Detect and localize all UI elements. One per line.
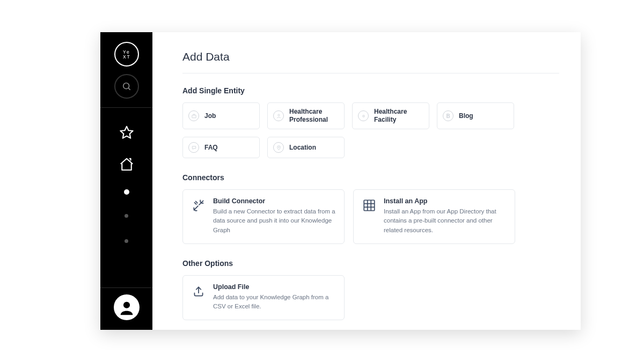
svg-rect-9 [192, 115, 195, 117]
nav-dot-active[interactable] [124, 189, 129, 195]
target-icon [358, 110, 369, 121]
star-icon [119, 124, 135, 141]
app-window: Y e X T [100, 32, 581, 330]
entity-chip-blog[interactable]: B Blog [437, 102, 514, 129]
chat-icon [188, 142, 199, 153]
horizontal-rule [182, 73, 559, 73]
card-install-app[interactable]: Install an App Install an App from our A… [353, 189, 515, 244]
chip-label: FAQ [204, 144, 218, 152]
badge-b-icon: B [443, 110, 453, 121]
svg-point-4 [123, 83, 129, 89]
search-button[interactable] [114, 74, 139, 99]
entity-chip-job[interactable]: Job [182, 102, 260, 129]
svg-line-5 [128, 88, 130, 90]
sidebar-divider [100, 107, 152, 108]
chip-label: Job [204, 112, 216, 120]
entity-chip-location[interactable]: Location [267, 137, 345, 158]
svg-text:T: T [127, 54, 129, 60]
section-heading-other: Other Options [182, 259, 559, 268]
nav-dot-2[interactable] [125, 214, 128, 218]
home-icon [119, 157, 135, 173]
svg-point-12 [363, 115, 363, 116]
sidebar: Y e X T [100, 32, 152, 330]
other-card-row: Upload File Add data to your Knowledge G… [182, 275, 559, 321]
section-heading-connectors: Connectors [182, 173, 559, 182]
entity-chip-healthcare-facility[interactable]: Healthcare Facility [352, 102, 429, 129]
chip-label: Healthcare Facility [374, 108, 423, 124]
nav-favorites[interactable] [116, 122, 137, 143]
svg-point-8 [123, 302, 129, 308]
person-icon [273, 110, 284, 121]
tools-icon [192, 198, 206, 212]
nav-dot-3[interactable] [125, 239, 128, 243]
card-upload-file[interactable]: Upload File Add data to your Knowledge G… [182, 275, 345, 321]
svg-point-13 [278, 146, 279, 147]
svg-text:X: X [123, 54, 126, 60]
pin-icon [273, 142, 284, 153]
upload-icon [192, 284, 206, 298]
card-title: Upload File [213, 283, 335, 291]
nav-home[interactable] [116, 154, 137, 175]
card-description: Install an App from our App Directory th… [384, 207, 506, 235]
card-title: Build Connector [213, 197, 335, 205]
svg-rect-14 [364, 200, 375, 211]
svg-point-10 [277, 114, 279, 116]
search-icon [121, 81, 132, 92]
brand-logo[interactable]: Y e X T [114, 42, 139, 67]
user-avatar[interactable] [114, 294, 140, 320]
card-description: Add data to your Knowledge Graph from a … [213, 293, 335, 312]
page-title: Add Data [182, 50, 559, 73]
chip-label: Healthcare Professional [289, 108, 339, 124]
main-content: Add Data Add Single Entity Job Healthcar… [152, 32, 581, 330]
entity-chip-healthcare-professional[interactable]: Healthcare Professional [267, 102, 345, 129]
chip-label: Location [289, 144, 316, 152]
section-heading-single-entity: Add Single Entity [182, 86, 559, 95]
card-title: Install an App [384, 197, 506, 205]
svg-marker-6 [120, 127, 133, 138]
entity-chip-row-1: Job Healthcare Professional Healthcare F… [182, 102, 559, 129]
grid-icon [362, 198, 376, 212]
connectors-card-row: Build Connector Build a new Connector to… [182, 189, 559, 244]
card-build-connector[interactable]: Build Connector Build a new Connector to… [182, 189, 345, 244]
entity-chip-faq[interactable]: FAQ [182, 137, 260, 158]
chip-label: Blog [459, 112, 473, 120]
entity-chip-row-2: FAQ Location [182, 137, 559, 158]
person-icon [118, 298, 136, 316]
card-description: Build a new Connector to extract data fr… [213, 207, 335, 235]
sidebar-divider-bottom [100, 287, 152, 288]
briefcase-icon [188, 110, 199, 121]
